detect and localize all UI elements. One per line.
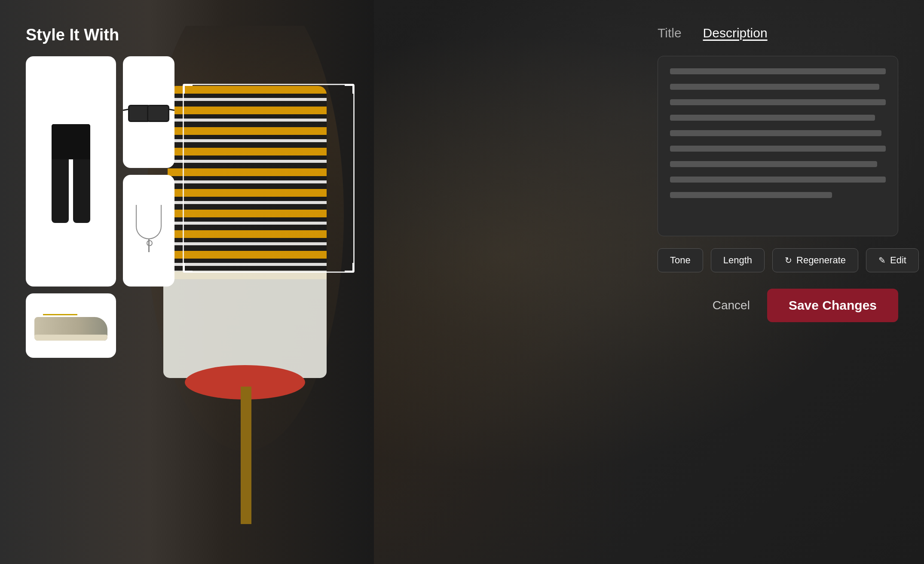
corner-bl bbox=[183, 263, 193, 272]
necklace-icon bbox=[134, 205, 164, 256]
regenerate-label: Regenerate bbox=[796, 255, 846, 266]
corner-tl bbox=[183, 84, 193, 94]
style-item-necklace[interactable] bbox=[123, 175, 174, 287]
text-line-4 bbox=[670, 115, 875, 121]
tab-description[interactable]: Description bbox=[703, 26, 768, 43]
text-line-1 bbox=[670, 68, 886, 74]
shoes-icon bbox=[34, 311, 107, 341]
style-item-shoes-container bbox=[26, 293, 174, 358]
edit-button[interactable]: ✎ Edit bbox=[866, 248, 919, 272]
length-label: Length bbox=[723, 255, 752, 266]
tab-title[interactable]: Title bbox=[658, 26, 682, 43]
style-item-sunglasses[interactable] bbox=[123, 56, 174, 168]
description-textarea[interactable] bbox=[658, 56, 898, 236]
save-changes-button[interactable]: Save Changes bbox=[767, 289, 898, 322]
right-panel: Title Description Tone Length ↻ bbox=[658, 26, 898, 322]
length-button[interactable]: Length bbox=[711, 248, 765, 272]
text-line-3 bbox=[670, 99, 886, 105]
text-line-2 bbox=[670, 84, 879, 90]
style-section-title: Style It With bbox=[26, 26, 174, 44]
sunglasses-icon bbox=[128, 103, 169, 122]
tone-label: Tone bbox=[670, 255, 691, 266]
text-line-7 bbox=[670, 161, 877, 167]
tab-row: Title Description bbox=[658, 26, 898, 43]
text-line-8 bbox=[670, 177, 886, 183]
edit-label: Edit bbox=[890, 255, 906, 266]
style-grid bbox=[26, 56, 174, 287]
edit-icon: ✎ bbox=[878, 255, 886, 265]
corner-br bbox=[345, 263, 354, 272]
cancel-button[interactable]: Cancel bbox=[713, 299, 750, 312]
style-item-pants[interactable] bbox=[26, 56, 116, 287]
text-line-9 bbox=[670, 192, 832, 198]
regenerate-button[interactable]: ↻ Regenerate bbox=[772, 248, 858, 272]
tone-button[interactable]: Tone bbox=[658, 248, 703, 272]
text-line-5 bbox=[670, 130, 881, 136]
footer-buttons: Cancel Save Changes bbox=[658, 289, 898, 322]
style-it-with-section: Style It With bbox=[26, 26, 174, 358]
selection-overlay bbox=[183, 84, 355, 273]
regenerate-icon: ↻ bbox=[785, 255, 792, 265]
corner-tr bbox=[345, 84, 354, 94]
text-line-6 bbox=[670, 146, 886, 152]
pants-icon bbox=[43, 124, 99, 219]
action-buttons-row: Tone Length ↻ Regenerate ✎ Edit bbox=[658, 248, 898, 272]
style-item-shoes[interactable] bbox=[26, 293, 116, 358]
